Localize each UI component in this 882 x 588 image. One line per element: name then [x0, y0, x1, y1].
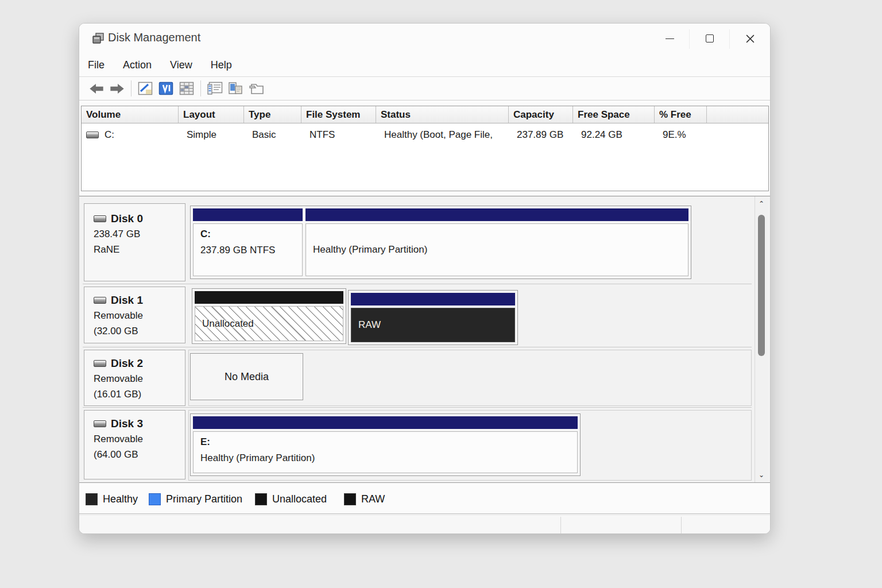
menu-help[interactable]: Help [211, 59, 232, 71]
disk1-label[interactable]: Disk 1 Removable (32.00 GB [84, 287, 185, 343]
unallocated-label: Unallocated [202, 318, 254, 330]
menu-view[interactable]: View [170, 59, 192, 71]
disk3-drive-icon [94, 420, 106, 427]
disk-management-window: Disk Management File Action View Help [79, 23, 771, 534]
minimize-icon [666, 38, 674, 39]
disk0-status: RaNE [94, 242, 185, 257]
partition-header-bar [193, 416, 578, 429]
volume-row-c[interactable]: C: Simple Basic NTFS Healthy (Boot, Page… [82, 123, 768, 146]
volume-file-system: NTFS [301, 129, 376, 141]
col-status[interactable]: Status [376, 106, 509, 123]
partition-letter: C: [200, 229, 295, 240]
col-file-system[interactable]: File System [301, 106, 376, 123]
disk1-unallocated[interactable]: Unallocated [195, 291, 343, 341]
col-free-space[interactable]: Free Space [573, 106, 655, 123]
action-pane-button[interactable] [156, 79, 176, 98]
legend-unallocated: Unallocated [255, 490, 327, 508]
maximize-button[interactable] [690, 24, 730, 53]
legend-bar: Healthy Primary Partition Unallocated RA… [79, 484, 771, 514]
volume-percent-free: 9E.% [655, 129, 707, 141]
disk1-drive-icon [94, 297, 106, 304]
raw-label: RAW [358, 319, 381, 331]
grid-view-button[interactable] [176, 79, 197, 98]
partition-header-bar [305, 208, 688, 221]
split-panes-button[interactable] [225, 79, 246, 98]
disk0-label[interactable]: Disk 0 238.47 GB RaNE [84, 203, 185, 281]
partition-status: Healthy (Primary Partition) [313, 244, 427, 256]
disk0-partition-group: C: 237.89 GB NTFS Healthy (Primary Parti… [190, 206, 691, 279]
disk3-media: Removable [94, 431, 185, 447]
partition-letter: E: [200, 436, 570, 448]
disk2-size: (16.01 GB) [94, 386, 185, 402]
scrollbar-thumb[interactable] [758, 215, 765, 356]
forward-icon [110, 84, 124, 94]
volume-status: Healthy (Boot, Page File, [376, 129, 509, 141]
statusbar-separator [560, 517, 561, 533]
disk0-name: Disk 0 [111, 211, 143, 226]
disk3-name: Disk 3 [111, 416, 143, 431]
action-pane-icon [158, 82, 173, 95]
disk2-no-media[interactable]: No Media [190, 353, 303, 400]
volume-free-space: 92.24 GB [573, 129, 655, 141]
disk2-name: Disk 2 [111, 355, 143, 371]
row-separator [83, 284, 752, 284]
legend-primary-swatch [149, 493, 161, 505]
partition-detail: 237.89 GB NTFS [200, 245, 295, 256]
volume-list-header: Volume Layout Type File System Status Ca… [82, 106, 768, 123]
window-title: Disk Management [108, 31, 200, 44]
col-capacity[interactable]: Capacity [509, 106, 573, 123]
menu-file[interactable]: File [88, 59, 105, 71]
legend-raw-swatch [344, 493, 356, 505]
volume-type: Basic [244, 129, 301, 141]
partition-header-bar [195, 291, 343, 304]
titlebar: Disk Management [79, 24, 770, 53]
no-media-label: No Media [225, 371, 269, 383]
scroll-up-icon[interactable]: ⌃ [755, 200, 768, 208]
menu-action[interactable]: Action [123, 59, 152, 71]
legend-primary-partition: Primary Partition [149, 490, 242, 508]
legend-primary-label: Primary Partition [166, 493, 242, 505]
partition-status: Healthy (Primary Partition) [200, 452, 570, 464]
console-tree-button[interactable] [135, 79, 156, 98]
scroll-down-icon[interactable]: ⌄ [755, 471, 768, 479]
toolbar-separator [131, 80, 131, 96]
col-volume[interactable]: Volume [82, 106, 179, 123]
forward-button[interactable] [107, 79, 127, 98]
disk3-label[interactable]: Disk 3 Removable (64.00 GB [84, 410, 185, 479]
volume-list-panel: Volume Layout Type File System Status Ca… [81, 106, 769, 191]
minimize-button[interactable] [649, 24, 690, 53]
grid-view-icon [179, 82, 194, 95]
disk2-label[interactable]: Disk 2 Removable (16.01 GB) [84, 350, 185, 406]
disk1-raw[interactable]: RAW [351, 293, 515, 342]
partition-header-bar [193, 208, 303, 221]
row-separator [83, 347, 752, 347]
volume-name: C: [105, 129, 114, 141]
status-bar [79, 514, 771, 534]
legend-healthy: Healthy [86, 490, 138, 508]
disk3-partition-e[interactable]: E: Healthy (Primary Partition) [193, 416, 578, 473]
col-filler [707, 106, 768, 123]
vertical-scrollbar[interactable]: ⌃ ⌄ [755, 196, 768, 482]
properties-list-icon [207, 82, 223, 95]
partition-header-bar [351, 293, 515, 305]
disk0-drive-icon [94, 215, 106, 222]
legend-unallocated-label: Unallocated [272, 493, 327, 505]
col-percent-free[interactable]: % Free [655, 106, 707, 123]
folder-button[interactable] [246, 79, 266, 98]
col-type[interactable]: Type [244, 106, 301, 123]
maximize-icon [706, 34, 714, 42]
disk-graph-panel: Disk 0 238.47 GB RaNE C: 237.89 GB NTFS … [79, 196, 771, 483]
disk0-partition-status[interactable]: Healthy (Primary Partition) [305, 208, 688, 276]
legend-raw-label: RAW [361, 493, 385, 505]
split-panes-icon [228, 82, 243, 95]
properties-list-button[interactable] [204, 79, 225, 98]
disk1-size: (32.00 GB [94, 323, 185, 339]
col-layout[interactable]: Layout [179, 106, 244, 123]
disk0-partition-c[interactable]: C: 237.89 GB NTFS [193, 208, 303, 276]
close-button[interactable] [730, 24, 770, 53]
legend-healthy-label: Healthy [103, 493, 138, 505]
back-button[interactable] [86, 79, 107, 98]
disk1-name: Disk 1 [111, 292, 143, 308]
folder-icon [249, 82, 264, 95]
disk3-partition-group: E: Healthy (Primary Partition) [190, 413, 581, 476]
